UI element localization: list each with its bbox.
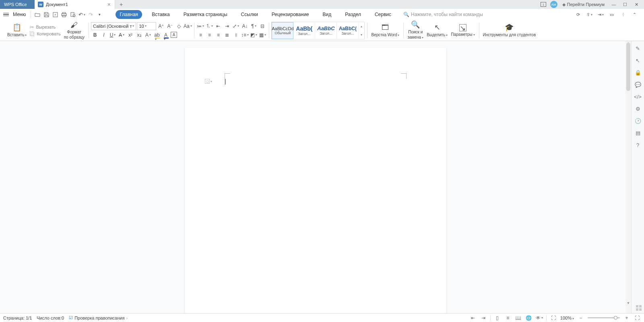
close-tab-icon[interactable]: × xyxy=(107,1,111,8)
style-normal[interactable]: AaBbCcDd Обычный xyxy=(272,22,293,39)
italic-button[interactable]: I xyxy=(100,31,108,39)
sort-button[interactable]: A↓ xyxy=(241,22,249,30)
pilcrow-button[interactable]: ¶ xyxy=(250,22,258,30)
increase-indent-button[interactable]: ⇥ xyxy=(223,22,231,30)
zoom-fit-icon[interactable]: ⛶ xyxy=(550,314,557,322)
word-count[interactable]: Число слов:0 xyxy=(37,316,64,320)
paste-button[interactable]: 📋 Вставить xyxy=(6,23,28,38)
layers-icon[interactable]: ▤ xyxy=(634,129,642,137)
page-view-icon[interactable]: ▯ xyxy=(494,314,501,322)
student-tools-button[interactable]: 🎓 Инструменты для студентов xyxy=(481,23,538,38)
grow-font-icon[interactable]: A⁺ xyxy=(157,22,165,30)
shrink-font-icon[interactable]: A⁻ xyxy=(166,22,174,30)
tab-insert[interactable]: Вставка xyxy=(148,10,174,19)
open-icon[interactable] xyxy=(33,10,41,19)
close-window-button[interactable]: ✕ xyxy=(632,0,641,9)
add-tab-button[interactable]: + xyxy=(115,1,127,8)
zoom-slider[interactable] xyxy=(588,317,620,318)
align-right-button[interactable]: ≡ xyxy=(214,31,222,39)
distribute-button[interactable]: ⫴ xyxy=(232,31,240,39)
document-tab[interactable]: W Документ1 × xyxy=(35,0,115,9)
command-search[interactable]: 🔍 Нажмите, чтобы найти команды xyxy=(403,12,483,17)
section-control-icon[interactable]: ◻ xyxy=(205,79,210,84)
pointer-icon[interactable]: ↖ xyxy=(634,56,642,64)
clear-format-icon[interactable]: ◇ xyxy=(175,22,183,30)
section-control-arrow[interactable]: ▾ xyxy=(211,80,212,83)
page[interactable]: ◻ ▾ xyxy=(185,47,446,313)
web-view-icon[interactable]: 🌐 xyxy=(525,314,533,322)
zoom-out-button[interactable]: − xyxy=(577,314,584,322)
more-icon[interactable]: ⋮ xyxy=(619,10,627,19)
change-case-icon[interactable]: Aa xyxy=(184,22,192,30)
fit-page-icon[interactable]: ⇥ xyxy=(480,314,487,322)
borders-button[interactable]: ▦ xyxy=(258,31,266,39)
format-painter-button[interactable]: 🖌 Формат по образцу xyxy=(62,21,86,41)
text-effects-button[interactable]: A xyxy=(144,31,152,39)
find-replace-button[interactable]: 🔍 Поиск и замена xyxy=(406,20,425,41)
outline-view-icon[interactable]: ≡ xyxy=(504,314,512,322)
bold-button[interactable]: B xyxy=(91,31,99,39)
fit-width-icon[interactable]: ⇤ xyxy=(469,314,477,322)
fullscreen-icon[interactable]: ⛶ xyxy=(634,314,641,322)
font-size-select[interactable]: 10 xyxy=(137,22,156,30)
superscript-button[interactable]: x² xyxy=(126,31,134,39)
pencil-icon[interactable]: ✎ xyxy=(634,44,642,52)
help-icon[interactable]: ? xyxy=(634,141,642,149)
sliders-icon[interactable]: ⚙ xyxy=(634,105,642,113)
lock-icon[interactable]: 🔒 xyxy=(634,68,642,76)
redo-button[interactable]: ↷ xyxy=(87,10,95,19)
presentation-icon[interactable]: ▭ xyxy=(608,10,616,19)
options-button[interactable]: ↘ Параметры xyxy=(449,23,476,38)
zoom-in-button[interactable]: + xyxy=(623,314,630,322)
minimize-button[interactable]: — xyxy=(609,0,618,9)
premium-button[interactable]: ◈ Перейти Премиум xyxy=(560,2,607,7)
qat-customize-icon[interactable]: ▾ xyxy=(95,10,103,19)
page-indicator[interactable]: Страница: 1/1 xyxy=(3,316,32,320)
comment-icon[interactable]: 💬 xyxy=(634,80,642,89)
highlight-button[interactable]: ab xyxy=(153,31,161,39)
scroll-thumb[interactable] xyxy=(626,43,630,91)
subscript-button[interactable]: x₂ xyxy=(135,31,143,39)
styles-more-button[interactable]: ▴▾ xyxy=(359,22,364,39)
select-button[interactable]: ↖ Выделить xyxy=(425,23,449,38)
tab-section[interactable]: Раздел xyxy=(341,10,365,19)
spellcheck-toggle[interactable]: ☑ Проверка правописания › xyxy=(69,315,128,320)
eye-view-icon[interactable]: 👁 xyxy=(536,314,543,322)
export-pdf-icon[interactable]: P xyxy=(51,10,59,19)
line-spacing-button[interactable]: ↕≡ xyxy=(241,31,249,39)
collapse-ribbon-icon[interactable]: ⌃ xyxy=(630,10,638,19)
avatar[interactable]: АМ xyxy=(550,1,557,8)
tab-references[interactable]: Ссылки xyxy=(237,10,262,19)
menu-label[interactable]: Меню xyxy=(10,12,28,17)
char-border-button[interactable]: A xyxy=(171,32,177,38)
print-preview-icon[interactable] xyxy=(69,10,77,19)
export-icon[interactable]: ⇥ xyxy=(597,10,605,19)
window-list-icon[interactable]: 1 xyxy=(539,0,548,9)
cut-button[interactable]: ✂Вырезать xyxy=(30,24,60,30)
save-icon[interactable] xyxy=(42,10,50,19)
bullets-button[interactable]: ≔ xyxy=(196,22,204,30)
tab-tools[interactable]: Сервис xyxy=(371,10,395,19)
align-center-button[interactable]: ≡ xyxy=(205,31,213,39)
shading-button[interactable]: ◩ xyxy=(250,31,258,39)
tab-home[interactable]: Главная xyxy=(116,10,142,19)
undo-button[interactable]: ↶ xyxy=(78,10,86,19)
underline-button[interactable]: U xyxy=(109,31,117,39)
copy-button[interactable]: ⿻Копировать xyxy=(30,31,60,37)
zoom-value[interactable]: 100% xyxy=(560,316,574,320)
print-icon[interactable] xyxy=(60,10,68,19)
align-left-button[interactable]: ≡ xyxy=(196,31,204,39)
code-icon[interactable]: </> xyxy=(634,93,642,101)
font-color-button[interactable]: A xyxy=(162,31,170,39)
text-direction-button[interactable]: ⤢ xyxy=(232,22,240,30)
styles-gallery[interactable]: AaBbCcDd Обычный AaBb( Загол... AaBbC За… xyxy=(271,22,365,39)
justify-button[interactable]: ≣ xyxy=(223,31,231,39)
style-heading1[interactable]: AaBb( Загол... xyxy=(293,22,315,39)
word-layout-button[interactable]: 🗔 Верстка Word xyxy=(369,23,401,38)
share-icon[interactable]: ⇪ xyxy=(585,10,593,19)
history-icon[interactable]: 🕑 xyxy=(634,117,642,125)
tab-view[interactable]: Вид xyxy=(319,10,336,19)
decrease-indent-button[interactable]: ⇤ xyxy=(214,22,222,30)
app-tab[interactable]: WPS Office xyxy=(0,0,35,9)
tab-review[interactable]: Рецензирование xyxy=(268,10,313,19)
